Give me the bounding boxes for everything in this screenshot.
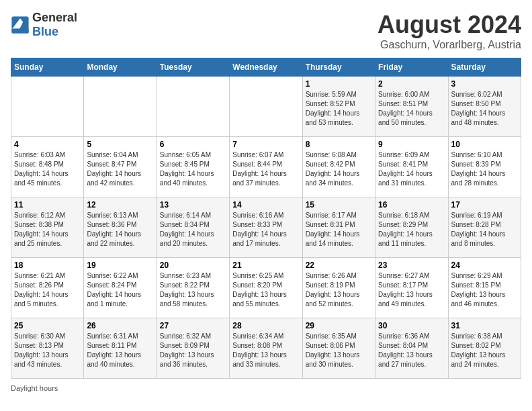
day-number: 3	[451, 79, 518, 89]
day-header-sunday: Sunday	[11, 58, 84, 77]
day-number: 11	[14, 200, 81, 210]
day-info: Sunrise: 6:26 AMSunset: 8:19 PMDaylight:…	[306, 271, 372, 309]
calendar-cell: 23Sunrise: 6:27 AMSunset: 8:17 PMDayligh…	[375, 258, 448, 318]
calendar-cell	[157, 77, 229, 137]
day-info: Sunrise: 6:18 AMSunset: 8:29 PMDaylight:…	[378, 211, 445, 248]
week-row-1: 1Sunrise: 5:59 AMSunset: 8:52 PMDaylight…	[11, 77, 521, 137]
calendar-cell: 18Sunrise: 6:21 AMSunset: 8:26 PMDayligh…	[11, 258, 84, 318]
day-info: Sunrise: 6:34 AMSunset: 8:08 PMDaylight:…	[232, 332, 299, 369]
day-info: Sunrise: 6:14 AMSunset: 8:34 PMDaylight:…	[160, 211, 226, 248]
day-info: Sunrise: 6:08 AMSunset: 8:42 PMDaylight:…	[306, 150, 372, 188]
day-number: 8	[306, 140, 372, 149]
day-header-monday: Monday	[84, 58, 157, 77]
day-info: Sunrise: 6:23 AMSunset: 8:22 PMDaylight:…	[160, 271, 226, 309]
header: General Blue August 2024 Gaschurn, Vorar…	[11, 11, 521, 51]
calendar-cell: 16Sunrise: 6:18 AMSunset: 8:29 PMDayligh…	[375, 197, 448, 258]
day-info: Sunrise: 6:03 AMSunset: 8:48 PMDaylight:…	[14, 150, 81, 188]
calendar-cell: 1Sunrise: 5:59 AMSunset: 8:52 PMDaylight…	[302, 77, 375, 137]
day-info: Sunrise: 5:59 AMSunset: 8:52 PMDaylight:…	[306, 90, 372, 128]
svg-rect-3	[11, 29, 28, 34]
day-number: 26	[87, 321, 153, 330]
day-header-saturday: Saturday	[448, 58, 521, 77]
day-info: Sunrise: 6:16 AMSunset: 8:33 PMDaylight:…	[232, 211, 299, 248]
day-info: Sunrise: 6:21 AMSunset: 8:26 PMDaylight:…	[14, 271, 81, 309]
week-row-2: 4Sunrise: 6:03 AMSunset: 8:48 PMDaylight…	[11, 137, 521, 197]
calendar-cell: 25Sunrise: 6:30 AMSunset: 8:13 PMDayligh…	[11, 318, 84, 379]
week-row-5: 25Sunrise: 6:30 AMSunset: 8:13 PMDayligh…	[11, 318, 521, 379]
day-info: Sunrise: 6:27 AMSunset: 8:17 PMDaylight:…	[378, 271, 445, 309]
calendar-cell: 10Sunrise: 6:10 AMSunset: 8:39 PMDayligh…	[448, 137, 521, 197]
main-title: August 2024	[378, 11, 521, 39]
day-number: 22	[306, 261, 372, 270]
header-row: SundayMondayTuesdayWednesdayThursdayFrid…	[11, 58, 521, 77]
day-header-thursday: Thursday	[302, 58, 375, 77]
day-info: Sunrise: 6:17 AMSunset: 8:31 PMDaylight:…	[306, 211, 372, 248]
day-number: 27	[160, 321, 226, 330]
logo-blue: Blue	[32, 25, 58, 38]
day-number: 24	[451, 261, 518, 270]
calendar-cell: 28Sunrise: 6:34 AMSunset: 8:08 PMDayligh…	[230, 318, 302, 379]
calendar-cell: 8Sunrise: 6:08 AMSunset: 8:42 PMDaylight…	[302, 137, 375, 197]
week-row-4: 18Sunrise: 6:21 AMSunset: 8:26 PMDayligh…	[11, 258, 521, 318]
day-info: Sunrise: 6:25 AMSunset: 8:20 PMDaylight:…	[232, 271, 299, 309]
calendar-table: SundayMondayTuesdayWednesdayThursdayFrid…	[11, 58, 521, 379]
calendar-cell: 21Sunrise: 6:25 AMSunset: 8:20 PMDayligh…	[230, 258, 302, 318]
calendar-cell: 5Sunrise: 6:04 AMSunset: 8:47 PMDaylight…	[84, 137, 157, 197]
day-number: 15	[306, 200, 372, 210]
logo-icon	[11, 15, 30, 34]
day-header-wednesday: Wednesday	[230, 58, 302, 77]
footer-text: Daylight hours	[11, 384, 58, 392]
calendar-cell: 6Sunrise: 6:05 AMSunset: 8:45 PMDaylight…	[157, 137, 229, 197]
calendar-cell: 12Sunrise: 6:13 AMSunset: 8:36 PMDayligh…	[84, 197, 157, 258]
day-header-friday: Friday	[375, 58, 448, 77]
day-number: 31	[451, 321, 518, 330]
day-info: Sunrise: 6:22 AMSunset: 8:24 PMDaylight:…	[87, 271, 153, 309]
calendar-cell: 31Sunrise: 6:38 AMSunset: 8:02 PMDayligh…	[448, 318, 521, 379]
day-info: Sunrise: 6:29 AMSunset: 8:15 PMDaylight:…	[451, 271, 518, 309]
logo-text: General Blue	[32, 11, 77, 39]
day-number: 1	[306, 79, 372, 89]
day-info: Sunrise: 6:12 AMSunset: 8:38 PMDaylight:…	[14, 211, 81, 248]
day-number: 17	[451, 200, 518, 210]
day-number: 10	[451, 140, 518, 149]
day-info: Sunrise: 6:09 AMSunset: 8:41 PMDaylight:…	[378, 150, 445, 188]
day-number: 14	[232, 200, 299, 210]
day-info: Sunrise: 6:30 AMSunset: 8:13 PMDaylight:…	[14, 332, 81, 369]
day-number: 6	[160, 140, 226, 149]
calendar-cell: 4Sunrise: 6:03 AMSunset: 8:48 PMDaylight…	[11, 137, 84, 197]
day-info: Sunrise: 6:05 AMSunset: 8:45 PMDaylight:…	[160, 150, 226, 188]
calendar-cell	[230, 77, 302, 137]
calendar-cell: 11Sunrise: 6:12 AMSunset: 8:38 PMDayligh…	[11, 197, 84, 258]
day-number: 7	[232, 140, 299, 149]
day-number: 5	[87, 140, 153, 149]
day-info: Sunrise: 6:31 AMSunset: 8:11 PMDaylight:…	[87, 332, 153, 369]
day-number: 9	[378, 140, 445, 149]
calendar-cell: 3Sunrise: 6:02 AMSunset: 8:50 PMDaylight…	[448, 77, 521, 137]
day-info: Sunrise: 6:02 AMSunset: 8:50 PMDaylight:…	[451, 90, 518, 128]
calendar-cell: 19Sunrise: 6:22 AMSunset: 8:24 PMDayligh…	[84, 258, 157, 318]
calendar-cell: 14Sunrise: 6:16 AMSunset: 8:33 PMDayligh…	[230, 197, 302, 258]
calendar-cell: 15Sunrise: 6:17 AMSunset: 8:31 PMDayligh…	[302, 197, 375, 258]
day-number: 19	[87, 261, 153, 270]
calendar-cell: 27Sunrise: 6:32 AMSunset: 8:09 PMDayligh…	[157, 318, 229, 379]
day-info: Sunrise: 6:19 AMSunset: 8:28 PMDaylight:…	[451, 211, 518, 248]
calendar-cell: 26Sunrise: 6:31 AMSunset: 8:11 PMDayligh…	[84, 318, 157, 379]
week-row-3: 11Sunrise: 6:12 AMSunset: 8:38 PMDayligh…	[11, 197, 521, 258]
day-info: Sunrise: 6:04 AMSunset: 8:47 PMDaylight:…	[87, 150, 153, 188]
day-number: 12	[87, 200, 153, 210]
title-area: August 2024 Gaschurn, Vorarlberg, Austri…	[378, 11, 521, 51]
calendar-cell	[11, 77, 84, 137]
subtitle: Gaschurn, Vorarlberg, Austria	[378, 39, 521, 51]
calendar-cell: 24Sunrise: 6:29 AMSunset: 8:15 PMDayligh…	[448, 258, 521, 318]
day-info: Sunrise: 6:36 AMSunset: 8:04 PMDaylight:…	[378, 332, 445, 369]
day-number: 4	[14, 140, 81, 149]
calendar-cell: 13Sunrise: 6:14 AMSunset: 8:34 PMDayligh…	[157, 197, 229, 258]
day-number: 2	[378, 79, 445, 89]
day-info: Sunrise: 6:10 AMSunset: 8:39 PMDaylight:…	[451, 150, 518, 188]
logo: General Blue	[11, 11, 77, 39]
calendar-cell	[84, 77, 157, 137]
day-number: 30	[378, 321, 445, 330]
logo-general: General	[32, 11, 77, 24]
day-number: 18	[14, 261, 81, 270]
calendar-cell: 29Sunrise: 6:35 AMSunset: 8:06 PMDayligh…	[302, 318, 375, 379]
